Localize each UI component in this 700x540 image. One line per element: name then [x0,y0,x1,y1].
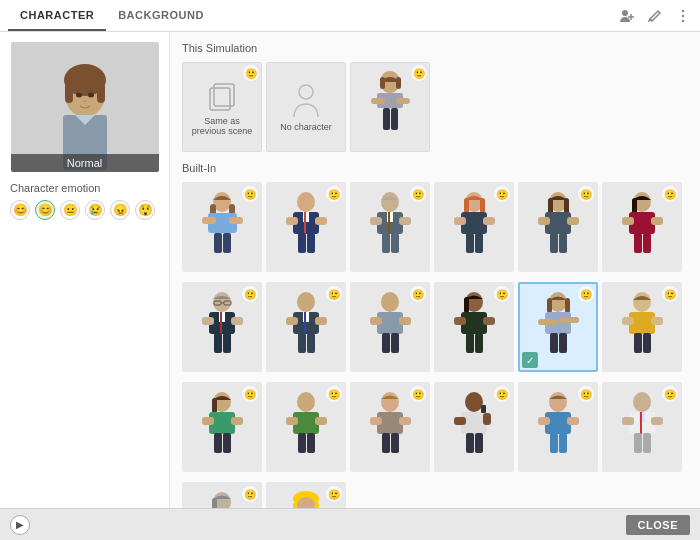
char-item-17[interactable]: 🙂 [518,382,598,472]
emotion-btn-17[interactable]: 🙂 [578,386,594,402]
emotion-btn-3[interactable]: 🙂 [410,186,426,202]
svg-rect-42 [307,233,315,253]
svg-rect-96 [399,317,411,325]
svg-rect-10 [65,83,73,103]
char-item-19[interactable]: 🙂 [182,482,262,508]
svg-rect-107 [547,298,552,313]
emotion-btn-8[interactable]: 🙂 [326,286,342,302]
char-item-9[interactable]: 🙂 [350,282,430,372]
same-as-previous[interactable]: 🙂 Same asprevious scene [182,62,262,152]
svg-rect-148 [538,417,550,425]
svg-rect-119 [643,333,651,353]
svg-point-133 [381,392,399,412]
svg-rect-125 [214,433,222,453]
person-12-svg [615,291,670,363]
char-item-12[interactable]: 🙂 [602,282,682,372]
no-character-label: No character [280,122,332,132]
char-item-16[interactable]: 🙂 [434,382,514,472]
svg-rect-24 [396,77,401,89]
tab-character[interactable]: CHARACTER [8,1,106,31]
char-item-13[interactable]: 🙂 [182,382,262,472]
tab-background[interactable]: BACKGROUND [106,1,216,31]
emotion-btn-6[interactable]: 🙂 [662,186,678,202]
char-item-3[interactable]: 🙂 [350,182,430,272]
emotion-angry[interactable]: 😠 [110,200,130,220]
char-item-1[interactable]: 🙂 [182,182,262,272]
built-in-row-1: 🙂 🙂 [182,182,688,272]
sim-char-3[interactable]: 🙂 [350,62,430,152]
char-item-14[interactable]: 🙂 [266,382,346,472]
emotion-btn-11[interactable]: 🙂 [578,286,594,302]
character-emotion-label: Character emotion [10,182,101,194]
emotion-sad[interactable]: 😢 [85,200,105,220]
person-17-svg [531,391,586,463]
svg-rect-118 [634,333,642,353]
emotion-btn-15[interactable]: 🙂 [410,386,426,402]
smile-btn-sim1[interactable]: 🙂 [243,65,259,81]
svg-rect-135 [370,417,382,425]
svg-rect-57 [466,233,474,253]
char-item-6[interactable]: 🙂 [602,182,682,272]
svg-rect-88 [304,312,306,334]
emotion-surprised[interactable]: 😲 [135,200,155,220]
svg-rect-159 [643,433,651,453]
svg-rect-112 [550,333,558,353]
svg-rect-150 [550,433,558,453]
emotion-btn-5[interactable]: 🙂 [578,186,594,202]
svg-rect-116 [622,317,634,325]
close-button[interactable]: CLOSE [626,515,690,535]
svg-point-18 [299,85,313,99]
emotion-btn-12[interactable]: 🙂 [662,286,678,302]
svg-rect-156 [622,417,634,425]
svg-rect-141 [481,405,486,413]
char-item-8[interactable]: 🙂 [266,282,346,372]
emotion-smile[interactable]: 😊 [35,200,55,220]
svg-rect-63 [538,217,550,225]
emotion-btn-16[interactable]: 🙂 [494,386,510,402]
svg-point-146 [549,392,567,412]
char-item-11[interactable]: 🙂 ✓ [518,282,598,372]
emotion-btn-13[interactable]: 🙂 [242,386,258,402]
char-item-18[interactable]: 🙂 [602,382,682,472]
svg-rect-52 [464,198,469,213]
emotion-happy[interactable]: 😊 [10,200,30,220]
play-button[interactable]: ▶ [10,515,30,535]
char-item-7[interactable]: 🙂 [182,282,262,372]
smile-btn-sim3[interactable]: 🙂 [411,65,427,81]
emotion-btn-18[interactable]: 🙂 [662,386,678,402]
svg-rect-72 [634,233,642,253]
person-18-svg [615,391,670,463]
person-2-svg [279,191,334,263]
svg-rect-91 [298,333,306,353]
emotion-btn-2[interactable]: 🙂 [326,186,342,202]
add-person-icon[interactable] [618,7,636,25]
emotion-btn-14[interactable]: 🙂 [326,386,342,402]
person-3-svg [363,191,418,263]
emotion-btn-1[interactable]: 🙂 [242,186,258,202]
edit-icon[interactable] [646,7,664,25]
emotion-btn-20[interactable]: 🙂 [326,486,342,502]
svg-point-35 [297,192,315,212]
no-character[interactable]: No character [266,62,346,152]
emotion-btn-7[interactable]: 🙂 [242,286,258,302]
emotion-neutral[interactable]: 😐 [60,200,80,220]
svg-rect-102 [454,317,466,325]
char-item-20[interactable]: 🙂 [266,482,346,508]
emotion-btn-10[interactable]: 🙂 [494,286,510,302]
svg-rect-81 [223,333,231,353]
char-item-10[interactable]: 🙂 [434,282,514,372]
svg-rect-108 [565,298,570,313]
svg-rect-40 [315,217,327,225]
char-item-2[interactable]: 🙂 [266,182,346,272]
emotion-btn-19[interactable]: 🙂 [242,486,258,502]
person-15-svg [363,391,418,463]
emotion-btn-4[interactable]: 🙂 [494,186,510,202]
char-item-5[interactable]: 🙂 [518,182,598,272]
svg-rect-95 [370,317,382,325]
emotion-btn-9[interactable]: 🙂 [410,286,426,302]
char-item-4[interactable]: 🙂 [434,182,514,272]
more-options-icon[interactable] [674,7,692,25]
svg-rect-90 [315,317,327,325]
char-item-15[interactable]: 🙂 [350,382,430,472]
svg-rect-100 [464,297,469,313]
